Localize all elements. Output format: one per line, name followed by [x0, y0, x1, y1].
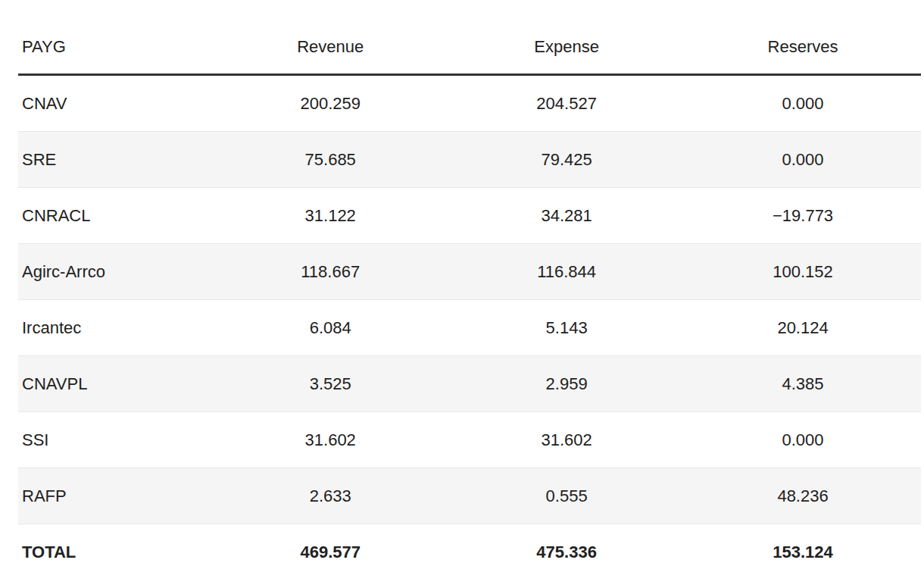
row-label-cell: CNRACL	[18, 188, 212, 244]
total-row: TOTAL 469.577 475.336 153.124	[18, 524, 921, 580]
expense-value-cell: 79.425	[448, 132, 685, 188]
revenue-value-cell: 3.525	[212, 356, 448, 412]
table-row-ircantec: Ircantec 6.084 5.143 20.124	[18, 300, 921, 356]
table-row-cnracl: CNRACL 31.122 34.281 −19.773	[18, 188, 921, 244]
total-reserves-cell: 153.124	[685, 524, 921, 580]
reserves-value-cell: −19.773	[685, 188, 921, 244]
expense-value-cell: 31.602	[448, 412, 685, 468]
table-row-ssi: SSI 31.602 31.602 0.000	[18, 412, 921, 468]
revenue-value-cell: 200.259	[212, 75, 448, 132]
expense-value-cell: 0.555	[448, 468, 685, 524]
revenue-value-cell: 31.602	[212, 412, 448, 468]
row-label-cell: Agirc-Arrco	[18, 244, 212, 300]
header-row: PAYG Revenue Expense Reserves	[18, 20, 921, 75]
total-expense-cell: 475.336	[448, 524, 685, 580]
column-header-reserves: Reserves	[685, 20, 921, 75]
revenue-value-cell: 2.633	[212, 468, 448, 524]
total-revenue-cell: 469.577	[212, 524, 448, 580]
payg-table: PAYG Revenue Expense Reserves CNAV 200.2…	[18, 20, 921, 580]
reserves-value-cell: 20.124	[685, 300, 921, 356]
row-label-cell: SSI	[18, 412, 212, 468]
table-row-rafp: RAFP 2.633 0.555 48.236	[18, 468, 921, 524]
revenue-value-cell: 6.084	[212, 300, 448, 356]
expense-value-cell: 2.959	[448, 356, 685, 412]
table-row-cnav: CNAV 200.259 204.527 0.000	[18, 75, 921, 132]
expense-value-cell: 116.844	[448, 244, 685, 300]
row-label-cell: CNAVPL	[18, 356, 212, 412]
table-row-sre: SRE 75.685 79.425 0.000	[18, 132, 921, 188]
reserves-value-cell: 0.000	[685, 75, 921, 132]
table-row-agirc-arrco: Agirc-Arrco 118.667 116.844 100.152	[18, 244, 921, 300]
reserves-value-cell: 4.385	[685, 356, 921, 412]
column-header-payg: PAYG	[18, 20, 212, 75]
column-header-expense: Expense	[448, 20, 685, 75]
reserves-value-cell: 0.000	[685, 412, 921, 468]
reserves-value-cell: 100.152	[685, 244, 921, 300]
row-label-cell: SRE	[18, 132, 212, 188]
expense-value-cell: 34.281	[448, 188, 685, 244]
row-label-cell: CNAV	[18, 75, 212, 132]
reserves-value-cell: 48.236	[685, 468, 921, 524]
revenue-value-cell: 75.685	[212, 132, 448, 188]
table-row-cnavpl: CNAVPL 3.525 2.959 4.385	[18, 356, 921, 412]
expense-value-cell: 5.143	[448, 300, 685, 356]
expense-value-cell: 204.527	[448, 75, 685, 132]
revenue-value-cell: 31.122	[212, 188, 448, 244]
revenue-value-cell: 118.667	[212, 244, 448, 300]
reserves-value-cell: 0.000	[685, 132, 921, 188]
total-label-cell: TOTAL	[18, 524, 212, 580]
row-label-cell: RAFP	[18, 468, 212, 524]
row-label-cell: Ircantec	[18, 300, 212, 356]
column-header-revenue: Revenue	[212, 20, 448, 75]
payg-table-container: PAYG Revenue Expense Reserves CNAV 200.2…	[18, 20, 921, 580]
